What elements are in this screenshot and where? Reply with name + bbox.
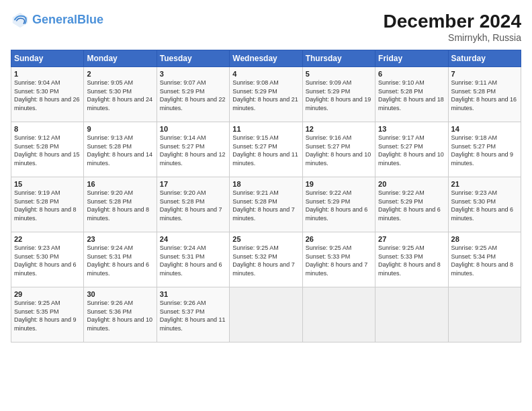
calendar-cell: 26 Sunrise: 9:25 AM Sunset: 5:33 PM Dayl… bbox=[302, 232, 375, 287]
calendar-cell: 23 Sunrise: 9:24 AM Sunset: 5:31 PM Dayl… bbox=[84, 232, 157, 287]
day-number: 25 bbox=[232, 235, 299, 243]
day-info: Sunrise: 9:23 AM Sunset: 5:30 PM Dayligh… bbox=[451, 189, 518, 222]
calendar-cell: 25 Sunrise: 9:25 AM Sunset: 5:32 PM Dayl… bbox=[230, 232, 302, 287]
day-info: Sunrise: 9:13 AM Sunset: 5:28 PM Dayligh… bbox=[87, 134, 153, 167]
day-number: 23 bbox=[87, 235, 153, 243]
day-info: Sunrise: 9:21 AM Sunset: 5:28 PM Dayligh… bbox=[232, 189, 299, 222]
calendar-cell: 30 Sunrise: 9:26 AM Sunset: 5:36 PM Dayl… bbox=[84, 287, 157, 342]
day-number: 17 bbox=[160, 180, 226, 188]
calendar-cell: 24 Sunrise: 9:24 AM Sunset: 5:31 PM Dayl… bbox=[157, 232, 229, 287]
weekday-header: Thursday bbox=[302, 50, 375, 67]
day-info: Sunrise: 9:10 AM Sunset: 5:28 PM Dayligh… bbox=[378, 79, 445, 112]
day-info: Sunrise: 9:14 AM Sunset: 5:27 PM Dayligh… bbox=[160, 134, 226, 167]
logo-line2: Blue bbox=[77, 13, 103, 26]
day-number: 28 bbox=[451, 235, 518, 243]
day-number: 20 bbox=[378, 180, 445, 188]
day-number: 4 bbox=[232, 70, 299, 78]
day-number: 5 bbox=[306, 70, 372, 78]
day-number: 15 bbox=[14, 180, 81, 188]
calendar-cell: 11 Sunrise: 9:15 AM Sunset: 5:27 PM Dayl… bbox=[230, 122, 302, 177]
day-number: 31 bbox=[160, 290, 226, 298]
day-info: Sunrise: 9:07 AM Sunset: 5:29 PM Dayligh… bbox=[160, 79, 226, 112]
calendar: SundayMondayTuesdayWednesdayThursdayFrid… bbox=[11, 50, 521, 342]
calendar-cell: 14 Sunrise: 9:18 AM Sunset: 5:27 PM Dayl… bbox=[448, 122, 521, 177]
day-info: Sunrise: 9:22 AM Sunset: 5:29 PM Dayligh… bbox=[306, 189, 372, 222]
day-info: Sunrise: 9:17 AM Sunset: 5:27 PM Dayligh… bbox=[378, 134, 445, 167]
day-info: Sunrise: 9:23 AM Sunset: 5:30 PM Dayligh… bbox=[14, 244, 81, 277]
day-number: 21 bbox=[451, 180, 518, 188]
day-info: Sunrise: 9:11 AM Sunset: 5:28 PM Dayligh… bbox=[451, 79, 518, 112]
day-info: Sunrise: 9:25 AM Sunset: 5:34 PM Dayligh… bbox=[451, 244, 518, 277]
title-block: December 2024 Smirnykh, Russia bbox=[384, 11, 521, 43]
calendar-cell: 3 Sunrise: 9:07 AM Sunset: 5:29 PM Dayli… bbox=[157, 67, 229, 122]
day-number: 30 bbox=[87, 290, 153, 298]
day-info: Sunrise: 9:04 AM Sunset: 5:30 PM Dayligh… bbox=[14, 79, 81, 112]
location: Smirnykh, Russia bbox=[384, 32, 521, 43]
day-number: 18 bbox=[232, 180, 299, 188]
month-title: December 2024 bbox=[384, 11, 521, 32]
calendar-week-row: 29 Sunrise: 9:25 AM Sunset: 5:35 PM Dayl… bbox=[11, 287, 521, 342]
day-number: 22 bbox=[14, 235, 81, 243]
weekday-header: Wednesday bbox=[230, 50, 302, 67]
page: GeneralBlue December 2024 Smirnykh, Russ… bbox=[0, 0, 532, 411]
calendar-cell: 17 Sunrise: 9:20 AM Sunset: 5:28 PM Dayl… bbox=[157, 177, 229, 232]
weekday-header: Monday bbox=[84, 50, 157, 67]
day-info: Sunrise: 9:26 AM Sunset: 5:36 PM Dayligh… bbox=[87, 299, 153, 332]
calendar-cell: 31 Sunrise: 9:26 AM Sunset: 5:37 PM Dayl… bbox=[157, 287, 229, 342]
header: GeneralBlue December 2024 Smirnykh, Russ… bbox=[11, 11, 521, 43]
calendar-cell: 16 Sunrise: 9:20 AM Sunset: 5:28 PM Dayl… bbox=[84, 177, 157, 232]
day-info: Sunrise: 9:16 AM Sunset: 5:27 PM Dayligh… bbox=[306, 134, 372, 167]
day-info: Sunrise: 9:22 AM Sunset: 5:29 PM Dayligh… bbox=[378, 189, 445, 222]
calendar-cell: 28 Sunrise: 9:25 AM Sunset: 5:34 PM Dayl… bbox=[448, 232, 521, 287]
calendar-cell bbox=[375, 287, 448, 342]
calendar-cell: 4 Sunrise: 9:08 AM Sunset: 5:29 PM Dayli… bbox=[230, 67, 302, 122]
calendar-cell: 21 Sunrise: 9:23 AM Sunset: 5:30 PM Dayl… bbox=[448, 177, 521, 232]
day-info: Sunrise: 9:12 AM Sunset: 5:28 PM Dayligh… bbox=[14, 134, 81, 167]
day-info: Sunrise: 9:15 AM Sunset: 5:27 PM Dayligh… bbox=[232, 134, 299, 167]
day-info: Sunrise: 9:25 AM Sunset: 5:32 PM Dayligh… bbox=[232, 244, 299, 277]
day-info: Sunrise: 9:25 AM Sunset: 5:33 PM Dayligh… bbox=[378, 244, 445, 277]
logo-text: GeneralBlue bbox=[32, 13, 103, 27]
calendar-cell: 7 Sunrise: 9:11 AM Sunset: 5:28 PM Dayli… bbox=[448, 67, 521, 122]
calendar-body: 1 Sunrise: 9:04 AM Sunset: 5:30 PM Dayli… bbox=[11, 67, 521, 342]
day-number: 10 bbox=[160, 125, 226, 133]
day-number: 3 bbox=[160, 70, 226, 78]
calendar-week-row: 1 Sunrise: 9:04 AM Sunset: 5:30 PM Dayli… bbox=[11, 67, 521, 122]
day-info: Sunrise: 9:24 AM Sunset: 5:31 PM Dayligh… bbox=[87, 244, 153, 277]
day-info: Sunrise: 9:25 AM Sunset: 5:35 PM Dayligh… bbox=[14, 299, 81, 332]
day-number: 7 bbox=[451, 70, 518, 78]
day-info: Sunrise: 9:19 AM Sunset: 5:28 PM Dayligh… bbox=[14, 189, 81, 222]
calendar-cell bbox=[448, 287, 521, 342]
calendar-cell: 18 Sunrise: 9:21 AM Sunset: 5:28 PM Dayl… bbox=[230, 177, 302, 232]
day-number: 9 bbox=[87, 125, 153, 133]
day-number: 16 bbox=[87, 180, 153, 188]
calendar-cell: 19 Sunrise: 9:22 AM Sunset: 5:29 PM Dayl… bbox=[302, 177, 375, 232]
calendar-cell: 8 Sunrise: 9:12 AM Sunset: 5:28 PM Dayli… bbox=[11, 122, 84, 177]
day-number: 14 bbox=[451, 125, 518, 133]
calendar-cell: 29 Sunrise: 9:25 AM Sunset: 5:35 PM Dayl… bbox=[11, 287, 84, 342]
day-number: 24 bbox=[160, 235, 226, 243]
day-info: Sunrise: 9:20 AM Sunset: 5:28 PM Dayligh… bbox=[87, 189, 153, 222]
calendar-cell bbox=[302, 287, 375, 342]
calendar-cell: 12 Sunrise: 9:16 AM Sunset: 5:27 PM Dayl… bbox=[302, 122, 375, 177]
day-number: 6 bbox=[378, 70, 445, 78]
day-number: 27 bbox=[378, 235, 445, 243]
calendar-cell: 13 Sunrise: 9:17 AM Sunset: 5:27 PM Dayl… bbox=[375, 122, 448, 177]
day-info: Sunrise: 9:09 AM Sunset: 5:29 PM Dayligh… bbox=[306, 79, 372, 112]
day-info: Sunrise: 9:24 AM Sunset: 5:31 PM Dayligh… bbox=[160, 244, 226, 277]
logo-icon bbox=[11, 11, 30, 30]
day-number: 13 bbox=[378, 125, 445, 133]
day-number: 19 bbox=[306, 180, 372, 188]
day-number: 1 bbox=[14, 70, 81, 78]
calendar-cell: 9 Sunrise: 9:13 AM Sunset: 5:28 PM Dayli… bbox=[84, 122, 157, 177]
day-number: 11 bbox=[232, 125, 299, 133]
day-info: Sunrise: 9:20 AM Sunset: 5:28 PM Dayligh… bbox=[160, 189, 226, 222]
calendar-week-row: 15 Sunrise: 9:19 AM Sunset: 5:28 PM Dayl… bbox=[11, 177, 521, 232]
day-info: Sunrise: 9:08 AM Sunset: 5:29 PM Dayligh… bbox=[232, 79, 299, 112]
day-info: Sunrise: 9:18 AM Sunset: 5:27 PM Dayligh… bbox=[451, 134, 518, 167]
calendar-cell: 5 Sunrise: 9:09 AM Sunset: 5:29 PM Dayli… bbox=[302, 67, 375, 122]
calendar-cell bbox=[230, 287, 302, 342]
weekday-header: Tuesday bbox=[157, 50, 229, 67]
weekday-row: SundayMondayTuesdayWednesdayThursdayFrid… bbox=[11, 50, 521, 67]
day-info: Sunrise: 9:26 AM Sunset: 5:37 PM Dayligh… bbox=[160, 299, 226, 332]
